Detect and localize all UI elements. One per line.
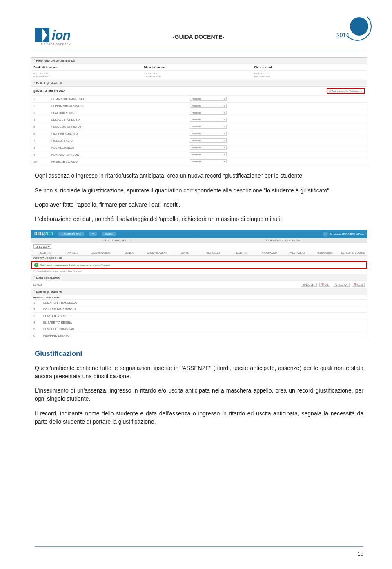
presence-select[interactable]: Presente (190, 118, 227, 122)
presence-select[interactable]: Presente (190, 97, 227, 101)
section-dati-studenti: Dati degli studenti (31, 80, 367, 87)
page-title: -GUIDA DOCENTE- (173, 33, 224, 40)
app-topbar: DID@NET ⌂ PIATTAFORMA ? GUIDA Benvenuta … (31, 230, 367, 238)
btn-guida[interactable]: GUIDA (102, 232, 116, 236)
avatar-icon (323, 232, 328, 237)
student-index: 7 (33, 139, 43, 142)
student-row: 10FRISELLE CLAUDIAPresente (31, 158, 367, 165)
paragraph: Il record, indicante nome dello studente… (35, 409, 363, 426)
tab-appello[interactable]: APPELLO (59, 250, 87, 255)
presence-select[interactable]: Presente (190, 111, 227, 115)
info-message: ⓘ Questa funzione permette di fare l'app… (31, 269, 367, 274)
reg-prof-head: REGISTRO DEL PROFESSORE (199, 238, 368, 243)
tab-riepilogo[interactable]: RIEPILOGO (199, 250, 227, 255)
student-index: 4 (33, 118, 43, 121)
student-name: ELAKOUK YOUSEF (51, 112, 182, 114)
col-bianco-head: Di cui in bianco (144, 66, 254, 69)
col3-val: 0 STUDENTI0 INSEGNANTI (254, 72, 365, 78)
highlight-tutti: ☐ Tutti presenti ☐ Tutti assenti (327, 88, 365, 94)
tab-annotazioni[interactable]: ANNOTAZIONI (311, 250, 339, 255)
student-name: FENOGLIO CHRISTIAN (51, 125, 182, 128)
student-row: 3ELAKOUK YOUSEF (31, 313, 367, 319)
paragraph: L'elaborazione dei dati, nonché il salva… (35, 215, 363, 223)
section-dati-studenti: Dati degli studenti (31, 289, 367, 295)
date-long: lunedì 06 ottobre 2014 (31, 295, 367, 300)
col-mensa-head: Studenti in mensa (33, 66, 144, 69)
page-subtitle: GESTIONE ASSENZE (31, 256, 367, 261)
paragraph: L'inserimento di un'assenza, ingresso in… (35, 386, 363, 403)
screenshot-appello: Riepilogo presenze mensa Studenti in men… (31, 57, 368, 165)
section-data-appello: Data dell'appello (31, 274, 367, 281)
student-index: 2 (33, 308, 43, 311)
student-index: 1 (33, 98, 43, 100)
tab-programma[interactable]: PROGRAMMA (255, 250, 283, 255)
year-badge: 2014 (327, 25, 363, 49)
section-mensa: Riepilogo presenze mensa (31, 58, 367, 64)
student-index: 6 (33, 132, 43, 135)
student-index: 8 (33, 146, 43, 149)
student-name: DONNARUMMA SIMONE (43, 308, 76, 311)
student-name: ELAKOUK YOUSEF (43, 315, 69, 317)
student-row: 1DEMARCHI FRANCESCO (31, 300, 367, 306)
tab-registro[interactable]: REGISTRO (31, 250, 59, 255)
student-name: DEMARCHI FRANCESCO (43, 301, 77, 304)
btn-piattaforma[interactable]: ⌂ PIATTAFORMA (58, 232, 84, 236)
year: 2014 (336, 32, 349, 38)
class-select[interactable]: 18-EE D08 ▾ (33, 244, 51, 249)
btn-oggi[interactable]: 📅 OGGI (352, 283, 365, 287)
student-index: 6 (33, 334, 43, 337)
btn-tutti-assenti[interactable]: Tutti assenti (349, 90, 362, 92)
logo-mark (35, 28, 49, 42)
btn-cal[interactable]: 📅 CAL (319, 283, 331, 287)
student-row: 4ELISABETTA REGINAPresente (31, 116, 367, 123)
presence-select[interactable]: Presente (190, 104, 227, 108)
paragraph: Se non si richiede la giustificazione, s… (35, 186, 363, 194)
paragraph: Ogni assenza o ingresso in ritardo/uscit… (35, 172, 363, 180)
student-index: 3 (33, 112, 43, 114)
presence-select[interactable]: Presente (190, 138, 227, 143)
section-heading: Giustificazioni (35, 350, 363, 358)
student-row: 9FORTUNATO NICOLAPresente (31, 151, 367, 158)
col1-val: 0 STUDENTI0 INSEGNANTI (33, 72, 144, 78)
student-index: 9 (33, 153, 43, 156)
btn-ricerca[interactable]: 🔍 RICERCA (333, 283, 350, 287)
student-row: 3ELAKOUK YOUSEFPresente (31, 109, 367, 116)
user-badge[interactable]: Benvenuta MORABITO LUANA (323, 232, 364, 237)
student-index: 5 (33, 328, 43, 330)
student-row: 7FINELLO FABIOPresente (31, 137, 367, 144)
presence-select[interactable]: Presente (190, 132, 227, 136)
logo-subtitle: a cineca company (40, 42, 70, 46)
student-row: 2DONNARUMMA SIMONE (31, 306, 367, 313)
page-header: ion a cineca company -GUIDA DOCENTE- 201… (35, 25, 363, 51)
student-name: DONNARUMMA SIMONE (51, 105, 182, 107)
date-input[interactable]: 06/10/2014 (301, 283, 317, 287)
btn-tutti-presenti[interactable]: Tutti presenti (332, 90, 345, 92)
page-number: 15 (358, 551, 363, 557)
tab-comunicazioni[interactable]: COMUNICAZIONI (143, 250, 171, 255)
tab-giustificazioni[interactable]: GIUSTIFICAZIONI (87, 250, 115, 255)
presence-select[interactable]: Presente (190, 145, 227, 150)
student-name: FILIPPINI ALBERTO (51, 132, 182, 135)
student-name: FRISELLE CLAUDIA (51, 160, 182, 163)
btn-help[interactable]: ? (89, 232, 97, 236)
paragraph: Dopo aver fatto l'appello, firmare per s… (35, 201, 363, 209)
tab-mensa[interactable]: MENSA (115, 250, 143, 255)
tab-diario[interactable]: DIARIO (171, 250, 199, 255)
nav-tabs: REGISTROAPPELLOGIUSTIFICAZIONIMENSACOMUN… (31, 250, 367, 256)
tab-registro[interactable]: REGISTRO (227, 250, 255, 255)
tab-valutazioni[interactable]: VALUTAZIONI (283, 250, 311, 255)
tab-scheda studente[interactable]: SCHEDA STUDENTE (339, 250, 367, 255)
screenshot-gestione-assenze: DID@NET ⌂ PIATTAFORMA ? GUIDA Benvenuta … (31, 230, 368, 339)
presence-select[interactable]: Presente (190, 159, 227, 163)
logo-text: ion (50, 28, 70, 43)
presence-select[interactable]: Presente (190, 152, 227, 156)
student-index: 2 (33, 105, 43, 107)
presence-select[interactable]: Presente (190, 125, 227, 129)
student-row: 5FENOGLIO CHRISTIANPresente (31, 123, 367, 130)
student-row: 1DEMARCHI FRANCESCOPresente (31, 96, 367, 103)
reg-classe-head: REGISTRO DI CLASSE (31, 238, 199, 243)
student-index: 3 (33, 315, 43, 317)
student-name: FILIPPINI ALBERTO (43, 334, 69, 337)
day-label: LUNEDÌ (33, 283, 298, 286)
student-name: ELISABETTA REGINA (43, 321, 72, 324)
